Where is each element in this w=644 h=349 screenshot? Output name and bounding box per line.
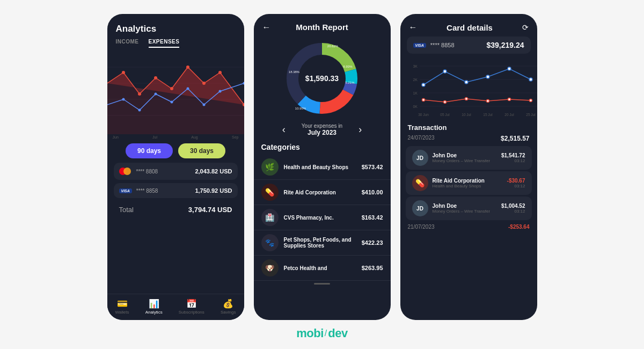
svg-point-5	[138, 92, 141, 96]
category-name-1: Rite Aid Corporation	[284, 190, 356, 195]
svg-text:0K: 0K	[413, 105, 418, 108]
svg-point-46	[422, 99, 425, 101]
svg-point-4	[122, 71, 125, 74]
visa-icon-0: VISA	[119, 188, 132, 193]
svg-point-14	[154, 93, 157, 96]
svg-text:1K: 1K	[413, 91, 418, 95]
trans-sub-0: Money Orders – Wire Transfer	[433, 158, 497, 163]
screen1-tabs: INCOME EXPENSES	[107, 39, 244, 51]
svg-point-8	[186, 66, 189, 69]
nav-analytics[interactable]: 📊 Analytics	[145, 299, 163, 315]
btn-30-days[interactable]: 30 days	[178, 143, 225, 158]
card-num-0: **** 8808	[136, 169, 158, 174]
svg-point-47	[443, 101, 446, 104]
category-row-2[interactable]: 🏥 CVS Pharmacy, Inc. $163.42	[254, 205, 391, 230]
svg-text:10 Jul: 10 Jul	[462, 113, 471, 117]
category-amount-1: $410.00	[362, 189, 383, 195]
svg-point-6	[154, 76, 157, 79]
svg-point-9	[202, 82, 206, 85]
prev-period-button[interactable]: ‹	[282, 124, 286, 135]
trans-amount-1: $2,515.57	[501, 135, 529, 142]
card-row-1[interactable]: VISA **** 8858 1,750.92 USD	[114, 183, 238, 198]
svg-text:2K: 2K	[413, 78, 418, 82]
card-row-0[interactable]: **** 8808 2,043.82 USD	[114, 163, 238, 180]
trans-amount-row-2: $1,004.52	[501, 203, 525, 209]
card-line-chart: 3K 2K 1K 0K 30	[400, 58, 537, 122]
screens-container: Analytics INCOME EXPENSES	[107, 14, 537, 320]
screen3-header: ← Card details ⟳	[400, 14, 537, 37]
next-period-button[interactable]: ›	[358, 124, 362, 135]
category-amount-3: $422.23	[362, 239, 383, 246]
trans-avatar-0: JD	[412, 150, 428, 166]
card-amount-1: 1,750.92 USD	[195, 187, 232, 194]
brand-text-right: dev	[328, 326, 347, 340]
total-row: Total 3,794.74 USD	[107, 201, 244, 218]
nav-savings[interactable]: 💰 Savings	[221, 299, 236, 315]
svg-text:10.95%: 10.95%	[295, 107, 306, 110]
trans-name-0: John Doe	[433, 152, 497, 158]
visa-icon-card-details: VISA	[413, 43, 426, 48]
svg-point-43	[486, 75, 489, 78]
trans-amount-2: -$253.64	[508, 224, 529, 230]
transaction-title: Transaction	[408, 123, 447, 132]
svg-text:3K: 3K	[413, 64, 418, 68]
svg-point-41	[443, 70, 447, 73]
trans-amount-row-0: $1,541.72	[501, 152, 525, 158]
nav-subscriptions[interactable]: 📅 Subscriptions	[179, 299, 204, 315]
category-icon-4: 🐶	[261, 259, 279, 277]
category-row-4[interactable]: 🐶 Petco Health and $263.95	[254, 256, 391, 281]
category-icon-2: 🏥	[261, 209, 279, 226]
time-labels: Jun Jul Aug Sep	[107, 134, 244, 139]
svg-text:5.21%: 5.21%	[345, 81, 355, 84]
category-name-3: Pet Shops, Pet Foods, and Supplies Store…	[284, 237, 356, 249]
screen3-title: Card details	[447, 23, 493, 32]
tab-expenses[interactable]: EXPENSES	[149, 39, 180, 48]
wallets-icon: 💳	[117, 299, 128, 309]
nav-wallets[interactable]: 💳 Wallets	[115, 299, 129, 315]
category-row-1[interactable]: 💊 Rite Aid Corporation $410.00	[254, 180, 391, 205]
svg-point-12	[122, 98, 125, 101]
category-icon-3: 🐾	[261, 234, 279, 251]
subscriptions-icon: 📅	[186, 299, 197, 309]
nav-savings-label: Savings	[221, 310, 236, 315]
donut-amount: $1,590.33	[305, 74, 339, 83]
svg-point-45	[529, 78, 532, 81]
category-amount-2: $163.42	[362, 214, 383, 221]
transactions-list-1: JD John Doe Money Orders – Wire Transfer…	[400, 146, 537, 220]
tab-income[interactable]: INCOME	[116, 39, 139, 48]
donut-nav: ‹ Your expenses in July 2023 ›	[254, 121, 391, 139]
card-details-num: **** 8858	[430, 42, 455, 48]
screen1-title: Analytics	[116, 24, 157, 34]
screen1-header: Analytics	[107, 14, 244, 39]
trans-time-2: 03:12	[501, 209, 525, 214]
mastercard-icon	[119, 167, 132, 176]
category-icon-1: 💊	[261, 184, 279, 201]
category-row-0[interactable]: 🌿 Health and Beauty Shops $573.42	[254, 155, 391, 180]
transaction-header: Transaction	[400, 122, 537, 134]
trans-sub-1: Health and Beauty Shops	[433, 184, 503, 188]
btn-90-days[interactable]: 90 days	[126, 143, 173, 158]
back-icon-screen3[interactable]: ←	[409, 23, 418, 32]
trans-name-1: Rite Aid Corporation	[433, 178, 503, 184]
category-icon-0: 🌿	[261, 158, 279, 176]
trans-row-2[interactable]: JD John Doe Money Orders – Wire Transfer…	[406, 197, 532, 220]
back-icon-screen2[interactable]: ←	[262, 23, 271, 32]
svg-point-10	[218, 71, 222, 74]
categories-list: 🌿 Health and Beauty Shops $573.42 💊 Rite…	[254, 155, 391, 281]
brand-row: mobi / dev	[296, 326, 347, 340]
trans-date-1: 24/07/2023	[408, 135, 435, 142]
category-row-3[interactable]: 🐾 Pet Shops, Pet Foods, and Supplies Sto…	[254, 230, 391, 256]
screen2-header: ← Month Report	[254, 14, 391, 36]
svg-point-49	[486, 100, 489, 103]
svg-text:20 Jul: 20 Jul	[504, 113, 514, 117]
trans-row-1[interactable]: 💊 Rite Aid Corporation Health and Beauty…	[406, 171, 532, 195]
svg-text:30 Jun: 30 Jun	[418, 113, 429, 117]
card-info: VISA **** 8858 $39,219.24	[407, 37, 531, 54]
trans-row-0[interactable]: JD John Doe Money Orders – Wire Transfer…	[406, 146, 532, 170]
category-name-2: CVS Pharmacy, Inc.	[284, 215, 356, 221]
trans-time-1: 03:12	[507, 184, 525, 188]
svg-point-17	[202, 104, 205, 106]
screen-card-details: ← Card details ⟳ VISA **** 8858 $39,219.…	[400, 14, 537, 320]
card-details-balance: $39,219.24	[486, 41, 524, 49]
refresh-icon[interactable]: ⟳	[522, 23, 529, 32]
